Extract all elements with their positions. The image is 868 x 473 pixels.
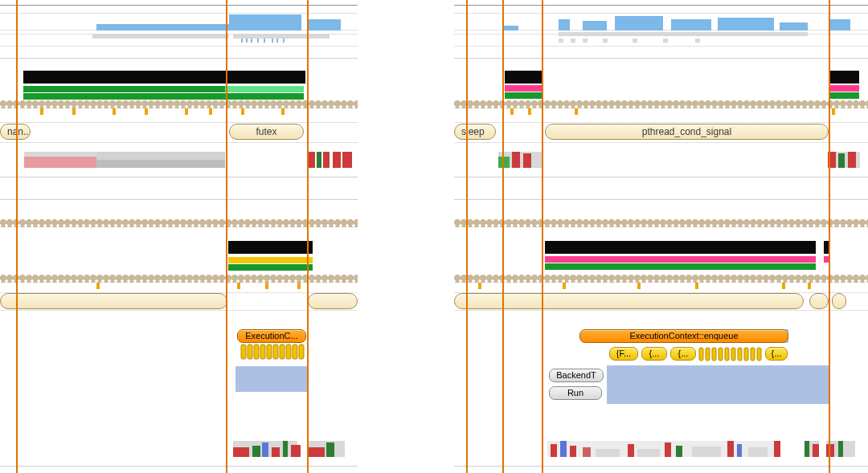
fn-frame[interactable]: {F... xyxy=(609,347,638,361)
svg-rect-2 xyxy=(309,19,341,31)
svg-rect-16 xyxy=(96,160,225,168)
fn-run[interactable]: Run xyxy=(549,386,602,400)
svg-rect-22 xyxy=(241,345,246,359)
utilization-bars-upper xyxy=(454,149,868,173)
activity-bar-green2 xyxy=(23,93,304,100)
activity-bar-pink xyxy=(505,85,542,92)
time-marker[interactable] xyxy=(16,0,18,473)
svg-rect-71 xyxy=(731,348,735,361)
svg-rect-31 xyxy=(299,345,304,359)
time-marker[interactable] xyxy=(542,0,543,473)
syscall-nanosleep[interactable]: nan... xyxy=(0,124,31,140)
syscall-blank[interactable] xyxy=(308,293,358,309)
fn-frame[interactable]: {... xyxy=(641,347,667,361)
activity-bar-black xyxy=(829,71,859,84)
utilization-bars-upper xyxy=(0,149,358,173)
svg-rect-55 xyxy=(633,39,637,43)
svg-rect-72 xyxy=(738,348,742,361)
svg-rect-96 xyxy=(838,441,843,457)
svg-rect-66 xyxy=(699,348,703,361)
activity-bar-green xyxy=(23,86,225,92)
syscall-sleep[interactable]: sleep xyxy=(454,124,496,140)
svg-rect-68 xyxy=(712,348,716,361)
svg-rect-40 xyxy=(309,447,325,457)
svg-rect-36 xyxy=(272,447,280,457)
svg-rect-86 xyxy=(692,446,721,457)
svg-rect-52 xyxy=(571,39,575,43)
svg-rect-61 xyxy=(523,153,531,168)
syscall-blank[interactable] xyxy=(0,293,227,309)
dotted-row xyxy=(454,219,868,227)
svg-rect-45 xyxy=(615,16,663,31)
svg-rect-69 xyxy=(719,348,723,361)
svg-rect-26 xyxy=(267,345,272,359)
fn-frame[interactable]: {... xyxy=(765,347,788,361)
fn-children xyxy=(0,343,358,362)
svg-rect-34 xyxy=(252,446,260,457)
svg-rect-29 xyxy=(286,345,291,359)
svg-rect-78 xyxy=(560,441,567,457)
svg-rect-92 xyxy=(805,441,809,457)
activity-bar-pink xyxy=(829,85,859,92)
svg-rect-9 xyxy=(264,39,265,43)
selection-panel[interactable] xyxy=(235,366,308,392)
svg-rect-47 xyxy=(718,18,774,31)
svg-rect-76 xyxy=(547,441,780,457)
svg-rect-37 xyxy=(283,441,288,457)
syscall-blank[interactable] xyxy=(809,293,829,309)
fn-execution-context[interactable]: ExecutionC... xyxy=(237,329,306,343)
svg-rect-54 xyxy=(603,39,608,43)
dotted-row xyxy=(0,219,358,227)
svg-rect-84 xyxy=(665,442,671,457)
svg-rect-38 xyxy=(291,445,301,457)
dotted-row xyxy=(0,100,358,108)
time-marker[interactable] xyxy=(307,0,309,473)
dotted-row xyxy=(454,275,868,283)
svg-rect-33 xyxy=(233,447,249,457)
activity-bar-black xyxy=(23,71,305,84)
dotted-row xyxy=(454,100,868,108)
svg-rect-95 xyxy=(826,444,834,457)
time-marker[interactable] xyxy=(502,0,504,473)
svg-rect-93 xyxy=(813,444,819,457)
svg-rect-74 xyxy=(751,348,755,361)
svg-rect-27 xyxy=(273,345,278,359)
activity-bar-gold xyxy=(228,257,313,263)
profiler-pane-right: sleep pthread_cond_signal ExecutionConte… xyxy=(454,0,868,473)
svg-rect-87 xyxy=(727,441,734,457)
fn-execution-context-enqueue[interactable]: ExecutionContext::enqueue xyxy=(579,329,788,343)
svg-rect-70 xyxy=(725,348,729,361)
svg-rect-75 xyxy=(757,348,761,361)
svg-rect-5 xyxy=(241,39,243,43)
svg-rect-10 xyxy=(272,39,273,43)
activity-bar-green-low xyxy=(228,264,313,271)
svg-rect-8 xyxy=(257,39,259,43)
profiler-pane-left: nan... futex ExecutionC... xyxy=(0,0,358,473)
syscall-pthread-cond-signal[interactable]: pthread_cond_signal xyxy=(545,124,829,140)
utilization-bars-bottom xyxy=(0,438,358,462)
fn-frame[interactable]: {... xyxy=(670,347,696,361)
syscall-blank[interactable] xyxy=(454,293,804,309)
activity-bar-black-low xyxy=(545,241,816,254)
svg-rect-23 xyxy=(248,345,252,359)
syscall-futex[interactable]: futex xyxy=(229,124,304,140)
time-marker[interactable] xyxy=(466,0,468,473)
syscall-blank[interactable] xyxy=(832,293,846,309)
utilization-bars-bottom xyxy=(454,438,868,462)
svg-rect-63 xyxy=(828,152,836,168)
svg-rect-17 xyxy=(309,152,315,168)
svg-rect-41 xyxy=(326,442,334,457)
selection-panel[interactable] xyxy=(607,365,830,404)
svg-rect-82 xyxy=(628,444,634,457)
activity-bar-black-low xyxy=(228,241,313,254)
svg-rect-49 xyxy=(830,19,850,31)
svg-rect-19 xyxy=(323,152,330,168)
svg-rect-81 xyxy=(596,449,620,457)
fn-backend[interactable]: BackendT xyxy=(549,369,604,382)
svg-rect-79 xyxy=(570,446,576,457)
svg-rect-77 xyxy=(551,444,557,457)
svg-rect-90 xyxy=(774,441,780,457)
svg-rect-6 xyxy=(246,39,248,43)
svg-rect-50 xyxy=(559,32,808,36)
svg-rect-35 xyxy=(262,442,268,457)
